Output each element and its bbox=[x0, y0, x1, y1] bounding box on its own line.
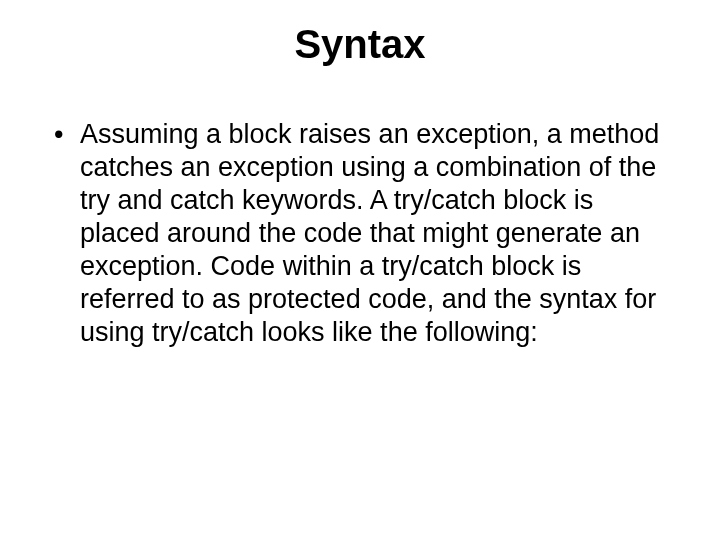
slide-title: Syntax bbox=[0, 22, 720, 67]
slide: Syntax Assuming a block raises an except… bbox=[0, 0, 720, 540]
bullet-list: Assuming a block raises an exception, a … bbox=[54, 118, 674, 349]
slide-body: Assuming a block raises an exception, a … bbox=[54, 118, 674, 349]
list-item: Assuming a block raises an exception, a … bbox=[54, 118, 674, 349]
